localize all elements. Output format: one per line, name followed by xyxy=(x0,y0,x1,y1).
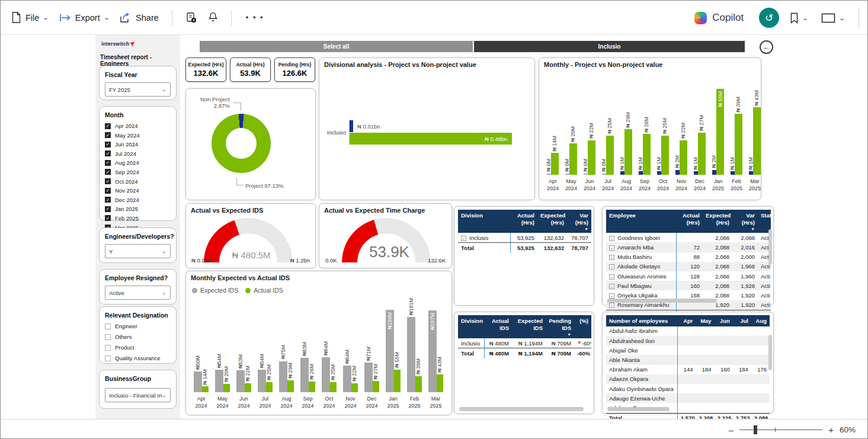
bar[interactable] xyxy=(236,370,245,392)
table-row[interactable]: Total53,925132,63278,707 xyxy=(458,243,591,253)
expand-toggle[interactable]: + xyxy=(609,293,614,299)
bar[interactable] xyxy=(588,140,595,175)
column-header[interactable]: Apr xyxy=(677,315,696,326)
resigned-dropdown[interactable]: Active ⌄ xyxy=(105,286,171,300)
checkbox-unchecked-icon[interactable] xyxy=(105,323,111,329)
expand-toggle[interactable]: + xyxy=(609,255,614,260)
copilot-button[interactable]: Copilot xyxy=(694,12,744,24)
bar[interactable] xyxy=(639,171,643,175)
horizontal-scrollbar[interactable] xyxy=(607,299,717,303)
bar[interactable] xyxy=(258,370,266,392)
table-row[interactable]: Adaugo Ezenwa-Uche xyxy=(606,393,770,403)
column-header[interactable]: Employee xyxy=(606,210,676,233)
checkbox-unchecked-icon[interactable] xyxy=(105,355,111,361)
vertical-scrollbar[interactable] xyxy=(768,229,772,265)
fiscal-year-dropdown[interactable]: FY 2025 ⌄ xyxy=(105,82,171,97)
column-header[interactable]: Expected IDS xyxy=(512,315,546,338)
bar[interactable] xyxy=(437,374,443,392)
tab-select-all[interactable]: Select all xyxy=(200,41,473,52)
column-header[interactable]: Var (Hrs)▼ xyxy=(732,210,758,233)
bar[interactable] xyxy=(407,317,415,392)
bar[interactable] xyxy=(364,363,373,392)
column-header[interactable]: Expected (Hrs) xyxy=(703,210,732,233)
expand-toggle[interactable]: + xyxy=(609,274,614,280)
checkbox-unchecked-icon[interactable] xyxy=(105,345,111,351)
zoom-slider[interactable] xyxy=(739,430,822,430)
expand-toggle[interactable]: + xyxy=(609,245,614,251)
column-header[interactable]: May xyxy=(696,315,715,326)
bar[interactable] xyxy=(565,174,569,175)
bar[interactable] xyxy=(215,370,223,392)
bar[interactable] xyxy=(245,383,251,392)
bar[interactable]: ₦199M xyxy=(386,310,394,392)
column-header[interactable]: Actual IDS xyxy=(484,315,512,338)
checkbox-checked-icon[interactable]: ✓ xyxy=(105,142,111,148)
bar[interactable]: ₦ 55M xyxy=(716,89,724,175)
checkbox-checked-icon[interactable]: ✓ xyxy=(105,132,111,138)
column-header[interactable]: Aug xyxy=(751,315,770,326)
bar[interactable] xyxy=(343,366,351,392)
bar-project[interactable]: ₦ 0.48bn xyxy=(350,133,512,145)
bar[interactable] xyxy=(202,386,209,392)
bar[interactable] xyxy=(223,384,230,392)
table-row[interactable]: Abraham Akam144184160184176 xyxy=(606,365,770,374)
checkbox-checked-icon[interactable]: ✓ xyxy=(105,160,111,166)
column-header[interactable]: Number of employees xyxy=(606,315,677,326)
bar[interactable] xyxy=(620,171,624,175)
view-menu[interactable]: ⌄ xyxy=(819,9,847,27)
bar[interactable] xyxy=(547,174,551,175)
engineers-dropdown[interactable]: Y ⌄ xyxy=(105,244,171,258)
table-row[interactable]: Abdul-hafiz Ibrahim xyxy=(606,326,770,336)
table-row[interactable]: +Paul Mbagwu1602,0881,928Acti xyxy=(606,281,771,290)
column-header[interactable]: Actual (Hrs) xyxy=(676,210,703,233)
bar[interactable] xyxy=(661,136,669,175)
bar[interactable] xyxy=(753,107,761,175)
checkbox-checked-icon[interactable]: ✓ xyxy=(105,188,111,194)
legend-item[interactable]: Expected IDS xyxy=(192,287,238,294)
bar[interactable] xyxy=(680,140,687,175)
bar[interactable] xyxy=(602,174,606,175)
table-row[interactable]: Inclusio₦ 480M₦ 1,194M₦ 709M▼-60% xyxy=(458,338,591,348)
tab-inclusio[interactable]: Inclusio xyxy=(474,41,745,52)
column-header[interactable]: Division xyxy=(458,210,510,233)
bar[interactable] xyxy=(394,370,401,393)
file-menu[interactable]: File ⌄ xyxy=(9,8,51,27)
expand-toggle[interactable]: + xyxy=(609,284,614,289)
bar[interactable] xyxy=(309,382,315,392)
table-row[interactable]: +Inclusio53,925132,63278,707 xyxy=(458,233,591,243)
expand-toggle[interactable]: + xyxy=(461,236,466,241)
checkbox-checked-icon[interactable]: ✓ xyxy=(105,197,111,203)
bar[interactable] xyxy=(584,174,588,175)
bar[interactable]: ₦197M xyxy=(428,310,437,392)
bar[interactable] xyxy=(675,170,680,175)
business-group-dropdown[interactable]: Inclusio - Financial Incl... ⌄ xyxy=(105,388,171,402)
bar[interactable] xyxy=(735,114,742,175)
zoom-in-button[interactable]: + xyxy=(828,425,834,435)
checkbox-unchecked-icon[interactable] xyxy=(105,334,111,340)
column-header[interactable]: Expected (Hrs) xyxy=(537,210,567,233)
checkbox-checked-icon[interactable]: ✓ xyxy=(105,206,111,212)
table-row[interactable]: Total₦ 480M₦ 1,194M₦ 709M-60% xyxy=(458,348,591,358)
bar[interactable] xyxy=(351,383,358,392)
bar[interactable] xyxy=(624,129,632,175)
bar[interactable] xyxy=(643,134,651,175)
bar[interactable] xyxy=(749,171,753,175)
bar-non-project[interactable]: ₦ 0.01bn xyxy=(350,120,353,132)
bar[interactable] xyxy=(569,143,577,175)
notifications-button[interactable] xyxy=(206,8,220,27)
bar[interactable] xyxy=(287,380,294,392)
table-row[interactable]: Able Nkanta xyxy=(606,355,770,364)
add-note-button[interactable] xyxy=(183,8,200,27)
share-button[interactable]: Share xyxy=(117,8,161,27)
bar[interactable] xyxy=(415,376,422,392)
more-options-button[interactable]: • • • xyxy=(242,13,268,22)
checkbox-checked-icon[interactable]: ✓ xyxy=(105,215,111,221)
bar[interactable] xyxy=(657,171,661,175)
export-menu[interactable]: Export ⌄ xyxy=(57,9,111,26)
column-header[interactable]: Pending IDS▼ xyxy=(546,315,574,338)
bar[interactable] xyxy=(322,357,330,392)
checkbox-checked-icon[interactable]: ✓ xyxy=(105,150,111,156)
bookmarks-menu[interactable]: ⌄ xyxy=(787,9,810,27)
column-header[interactable]: Division xyxy=(458,315,484,338)
checkbox-checked-icon[interactable]: ✓ xyxy=(105,123,111,129)
